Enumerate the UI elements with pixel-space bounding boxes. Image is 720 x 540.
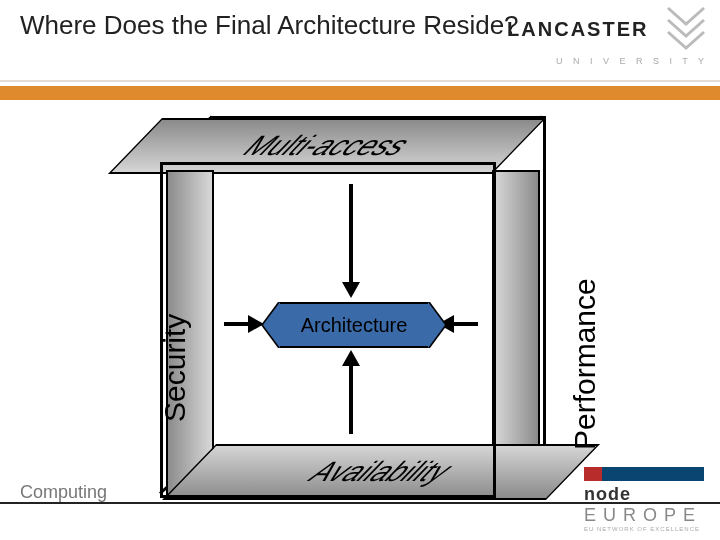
brand-name: LANCASTER [507, 18, 648, 40]
university-logo: LANCASTER U N I V E R S I T Y [428, 6, 708, 66]
brand-subline: U N I V E R S I T Y [428, 56, 708, 66]
architecture-diagram: Multi-access Availability Security Perfo… [130, 112, 570, 532]
arrow-down-icon [342, 282, 360, 298]
accent-bar [0, 86, 720, 100]
arrow-right-icon [248, 315, 264, 333]
arrow-line [349, 364, 353, 434]
shield-chevron-icon [664, 6, 708, 58]
label-left: Security [158, 314, 192, 422]
label-right: Performance [568, 278, 602, 450]
node-color-bar [584, 467, 704, 481]
node-subline: EU NETWORK OF EXCELLENCE [584, 526, 704, 532]
center-node: Architecture [278, 302, 430, 348]
footer-left-text: Computing [20, 482, 107, 503]
arrow-line [452, 322, 478, 326]
node-suffix: EUROPE [584, 505, 702, 525]
node-europe-logo: node EUROPE EU NETWORK OF EXCELLENCE [584, 467, 704, 532]
arrow-line [349, 184, 353, 284]
node-name: node [584, 484, 631, 504]
arrow-line [224, 322, 250, 326]
divider-thin [0, 80, 720, 82]
arrow-up-icon [342, 350, 360, 366]
